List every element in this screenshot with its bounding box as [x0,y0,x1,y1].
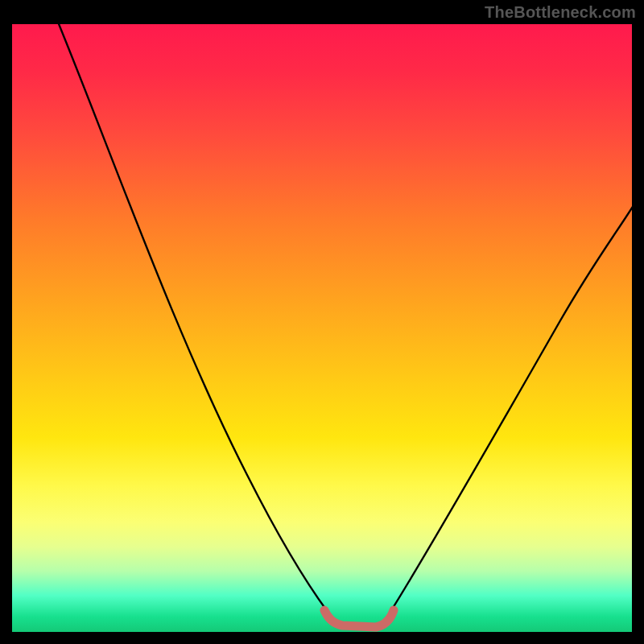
curve-layer [12,24,632,632]
plot-area [12,24,632,632]
watermark-text: TheBottleneck.com [485,3,636,22]
bottleneck-right-curve [390,205,632,612]
chart-stage: TheBottleneck.com [0,0,644,644]
bottleneck-floor-segment [324,610,394,627]
bottleneck-left-curve [56,24,328,612]
